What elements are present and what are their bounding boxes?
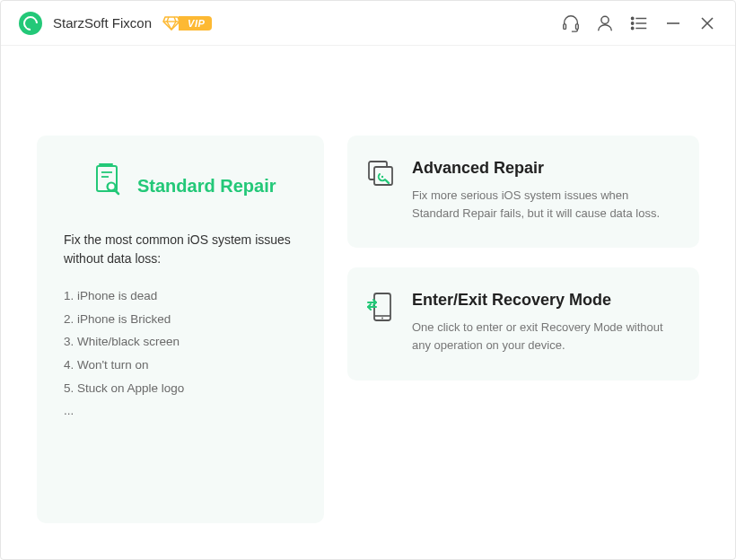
recovery-mode-desc: One click to enter or exit Recovery Mode… xyxy=(412,319,676,354)
app-logo-icon xyxy=(19,12,42,35)
advanced-repair-card[interactable]: Advanced Repair Fix more serious iOS sys… xyxy=(347,136,699,248)
standard-repair-card[interactable]: Standard Repair Fix the most common iOS … xyxy=(37,136,324,523)
svg-point-3 xyxy=(631,22,633,23)
standard-repair-icon xyxy=(91,162,127,198)
advanced-repair-title: Advanced Repair xyxy=(412,159,676,178)
svg-rect-16 xyxy=(374,167,392,185)
menu-icon[interactable] xyxy=(629,13,649,33)
close-button[interactable] xyxy=(697,13,717,33)
standard-repair-desc: Fix the most common iOS system issues wi… xyxy=(64,231,297,268)
recovery-mode-text: Enter/Exit Recovery Mode One click to en… xyxy=(412,289,676,354)
list-item: 2. iPhone is Bricked xyxy=(64,308,297,331)
account-icon[interactable] xyxy=(595,13,615,33)
vip-label: VIP xyxy=(179,16,212,31)
vip-badge[interactable]: VIP xyxy=(162,15,212,31)
titlebar: StarzSoft Fixcon VIP xyxy=(1,1,735,46)
vip-diamond-icon xyxy=(162,15,180,31)
recovery-mode-icon xyxy=(364,289,399,325)
recovery-mode-title: Enter/Exit Recovery Mode xyxy=(412,291,676,310)
svg-line-14 xyxy=(115,190,118,194)
svg-point-1 xyxy=(631,17,633,19)
list-item: 3. White/black screen xyxy=(64,330,297,354)
titlebar-controls xyxy=(561,13,717,33)
support-icon[interactable] xyxy=(561,13,581,33)
app-title: StarzSoft Fixcon xyxy=(53,15,152,31)
standard-repair-header: Standard Repair xyxy=(64,162,297,209)
main-content: Standard Repair Fix the most common iOS … xyxy=(1,46,735,559)
issue-list: 1. iPhone is dead 2. iPhone is Bricked 3… xyxy=(64,284,297,423)
list-item: 4. Won't turn on xyxy=(64,354,297,377)
svg-point-17 xyxy=(381,176,383,178)
list-item: 1. iPhone is dead xyxy=(64,284,297,308)
recovery-mode-card[interactable]: Enter/Exit Recovery Mode One click to en… xyxy=(347,267,699,380)
minimize-button[interactable] xyxy=(663,13,683,33)
svg-point-0 xyxy=(601,16,609,23)
advanced-repair-desc: Fix more serious iOS system issues when … xyxy=(412,187,676,223)
standard-repair-title: Standard Repair xyxy=(137,176,276,197)
svg-point-5 xyxy=(631,27,633,29)
advanced-repair-text: Advanced Repair Fix more serious iOS sys… xyxy=(412,157,676,223)
advanced-repair-icon xyxy=(364,157,399,193)
list-item: ... xyxy=(64,399,297,423)
svg-point-21 xyxy=(381,318,383,319)
list-item: 5. Stuck on Apple logo xyxy=(64,377,297,400)
app-window: StarzSoft Fixcon VIP xyxy=(0,0,736,560)
right-column: Advanced Repair Fix more serious iOS sys… xyxy=(347,136,699,523)
